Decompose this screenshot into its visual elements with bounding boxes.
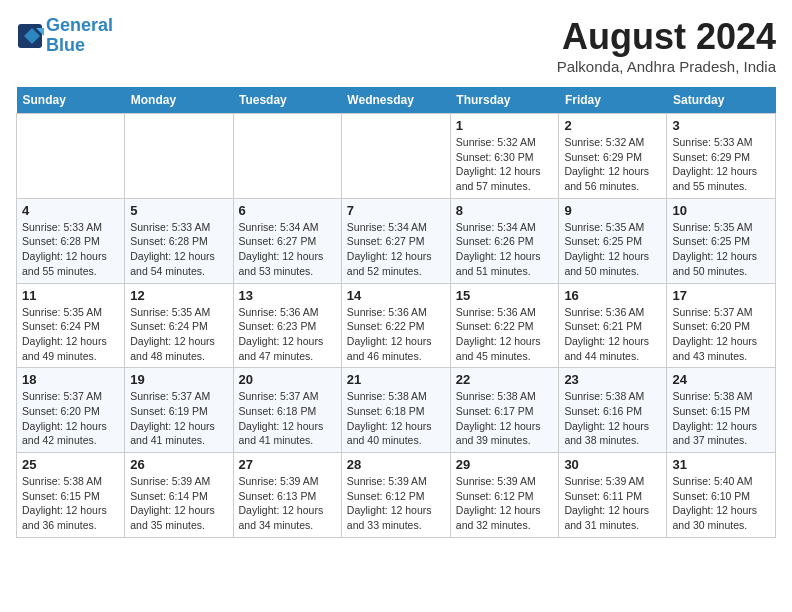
day-number: 4 — [22, 203, 119, 218]
day-info: Sunrise: 5:38 AM Sunset: 6:17 PM Dayligh… — [456, 389, 554, 448]
day-number: 3 — [672, 118, 770, 133]
day-info: Sunrise: 5:38 AM Sunset: 6:16 PM Dayligh… — [564, 389, 661, 448]
calendar-cell: 8Sunrise: 5:34 AM Sunset: 6:26 PM Daylig… — [450, 198, 559, 283]
calendar-cell — [125, 114, 233, 199]
calendar-cell: 20Sunrise: 5:37 AM Sunset: 6:18 PM Dayli… — [233, 368, 341, 453]
day-number: 24 — [672, 372, 770, 387]
day-number: 21 — [347, 372, 445, 387]
calendar-cell: 24Sunrise: 5:38 AM Sunset: 6:15 PM Dayli… — [667, 368, 776, 453]
day-number: 18 — [22, 372, 119, 387]
page-header: General Blue August 2024 Palkonda, Andhr… — [16, 16, 776, 75]
day-info: Sunrise: 5:38 AM Sunset: 6:15 PM Dayligh… — [672, 389, 770, 448]
calendar-cell: 30Sunrise: 5:39 AM Sunset: 6:11 PM Dayli… — [559, 453, 667, 538]
day-number: 10 — [672, 203, 770, 218]
calendar-cell: 18Sunrise: 5:37 AM Sunset: 6:20 PM Dayli… — [17, 368, 125, 453]
day-number: 9 — [564, 203, 661, 218]
calendar-cell: 27Sunrise: 5:39 AM Sunset: 6:13 PM Dayli… — [233, 453, 341, 538]
calendar-cell: 13Sunrise: 5:36 AM Sunset: 6:23 PM Dayli… — [233, 283, 341, 368]
weekday-header-monday: Monday — [125, 87, 233, 114]
day-info: Sunrise: 5:40 AM Sunset: 6:10 PM Dayligh… — [672, 474, 770, 533]
calendar-cell: 26Sunrise: 5:39 AM Sunset: 6:14 PM Dayli… — [125, 453, 233, 538]
day-number: 5 — [130, 203, 227, 218]
day-info: Sunrise: 5:35 AM Sunset: 6:24 PM Dayligh… — [22, 305, 119, 364]
logo-icon — [16, 22, 44, 50]
day-number: 17 — [672, 288, 770, 303]
calendar-cell: 19Sunrise: 5:37 AM Sunset: 6:19 PM Dayli… — [125, 368, 233, 453]
calendar-cell: 2Sunrise: 5:32 AM Sunset: 6:29 PM Daylig… — [559, 114, 667, 199]
day-number: 14 — [347, 288, 445, 303]
day-info: Sunrise: 5:33 AM Sunset: 6:28 PM Dayligh… — [22, 220, 119, 279]
day-number: 8 — [456, 203, 554, 218]
day-info: Sunrise: 5:36 AM Sunset: 6:23 PM Dayligh… — [239, 305, 336, 364]
calendar-cell: 9Sunrise: 5:35 AM Sunset: 6:25 PM Daylig… — [559, 198, 667, 283]
logo-line2: Blue — [46, 35, 85, 55]
day-info: Sunrise: 5:36 AM Sunset: 6:22 PM Dayligh… — [347, 305, 445, 364]
day-info: Sunrise: 5:33 AM Sunset: 6:28 PM Dayligh… — [130, 220, 227, 279]
day-number: 12 — [130, 288, 227, 303]
week-row-4: 25Sunrise: 5:38 AM Sunset: 6:15 PM Dayli… — [17, 453, 776, 538]
calendar-cell — [17, 114, 125, 199]
day-number: 28 — [347, 457, 445, 472]
calendar-cell: 25Sunrise: 5:38 AM Sunset: 6:15 PM Dayli… — [17, 453, 125, 538]
day-info: Sunrise: 5:39 AM Sunset: 6:12 PM Dayligh… — [347, 474, 445, 533]
day-info: Sunrise: 5:37 AM Sunset: 6:20 PM Dayligh… — [22, 389, 119, 448]
day-info: Sunrise: 5:39 AM Sunset: 6:13 PM Dayligh… — [239, 474, 336, 533]
calendar-cell: 6Sunrise: 5:34 AM Sunset: 6:27 PM Daylig… — [233, 198, 341, 283]
day-info: Sunrise: 5:37 AM Sunset: 6:18 PM Dayligh… — [239, 389, 336, 448]
calendar-cell: 29Sunrise: 5:39 AM Sunset: 6:12 PM Dayli… — [450, 453, 559, 538]
weekday-header-wednesday: Wednesday — [341, 87, 450, 114]
day-number: 29 — [456, 457, 554, 472]
calendar-cell: 12Sunrise: 5:35 AM Sunset: 6:24 PM Dayli… — [125, 283, 233, 368]
logo-line1: General — [46, 15, 113, 35]
calendar-cell: 1Sunrise: 5:32 AM Sunset: 6:30 PM Daylig… — [450, 114, 559, 199]
calendar-cell: 3Sunrise: 5:33 AM Sunset: 6:29 PM Daylig… — [667, 114, 776, 199]
day-info: Sunrise: 5:32 AM Sunset: 6:29 PM Dayligh… — [564, 135, 661, 194]
day-info: Sunrise: 5:38 AM Sunset: 6:18 PM Dayligh… — [347, 389, 445, 448]
day-info: Sunrise: 5:39 AM Sunset: 6:14 PM Dayligh… — [130, 474, 227, 533]
logo-text: General Blue — [46, 16, 113, 56]
day-number: 2 — [564, 118, 661, 133]
calendar-cell: 14Sunrise: 5:36 AM Sunset: 6:22 PM Dayli… — [341, 283, 450, 368]
weekday-header-row: SundayMondayTuesdayWednesdayThursdayFrid… — [17, 87, 776, 114]
day-number: 7 — [347, 203, 445, 218]
day-info: Sunrise: 5:32 AM Sunset: 6:30 PM Dayligh… — [456, 135, 554, 194]
day-info: Sunrise: 5:38 AM Sunset: 6:15 PM Dayligh… — [22, 474, 119, 533]
month-title: August 2024 — [557, 16, 776, 58]
calendar-cell: 4Sunrise: 5:33 AM Sunset: 6:28 PM Daylig… — [17, 198, 125, 283]
day-number: 26 — [130, 457, 227, 472]
location: Palkonda, Andhra Pradesh, India — [557, 58, 776, 75]
week-row-1: 4Sunrise: 5:33 AM Sunset: 6:28 PM Daylig… — [17, 198, 776, 283]
week-row-0: 1Sunrise: 5:32 AM Sunset: 6:30 PM Daylig… — [17, 114, 776, 199]
calendar-cell: 5Sunrise: 5:33 AM Sunset: 6:28 PM Daylig… — [125, 198, 233, 283]
day-info: Sunrise: 5:35 AM Sunset: 6:24 PM Dayligh… — [130, 305, 227, 364]
weekday-header-friday: Friday — [559, 87, 667, 114]
calendar-cell: 7Sunrise: 5:34 AM Sunset: 6:27 PM Daylig… — [341, 198, 450, 283]
day-info: Sunrise: 5:37 AM Sunset: 6:20 PM Dayligh… — [672, 305, 770, 364]
day-number: 25 — [22, 457, 119, 472]
calendar-cell: 21Sunrise: 5:38 AM Sunset: 6:18 PM Dayli… — [341, 368, 450, 453]
day-number: 31 — [672, 457, 770, 472]
day-number: 30 — [564, 457, 661, 472]
day-number: 13 — [239, 288, 336, 303]
weekday-header-tuesday: Tuesday — [233, 87, 341, 114]
day-info: Sunrise: 5:39 AM Sunset: 6:11 PM Dayligh… — [564, 474, 661, 533]
calendar-cell: 11Sunrise: 5:35 AM Sunset: 6:24 PM Dayli… — [17, 283, 125, 368]
day-number: 1 — [456, 118, 554, 133]
calendar-cell: 15Sunrise: 5:36 AM Sunset: 6:22 PM Dayli… — [450, 283, 559, 368]
day-info: Sunrise: 5:36 AM Sunset: 6:22 PM Dayligh… — [456, 305, 554, 364]
day-number: 19 — [130, 372, 227, 387]
calendar-cell: 16Sunrise: 5:36 AM Sunset: 6:21 PM Dayli… — [559, 283, 667, 368]
day-info: Sunrise: 5:35 AM Sunset: 6:25 PM Dayligh… — [564, 220, 661, 279]
calendar-cell: 17Sunrise: 5:37 AM Sunset: 6:20 PM Dayli… — [667, 283, 776, 368]
week-row-2: 11Sunrise: 5:35 AM Sunset: 6:24 PM Dayli… — [17, 283, 776, 368]
calendar-cell: 10Sunrise: 5:35 AM Sunset: 6:25 PM Dayli… — [667, 198, 776, 283]
day-info: Sunrise: 5:37 AM Sunset: 6:19 PM Dayligh… — [130, 389, 227, 448]
weekday-header-sunday: Sunday — [17, 87, 125, 114]
title-area: August 2024 Palkonda, Andhra Pradesh, In… — [557, 16, 776, 75]
day-number: 22 — [456, 372, 554, 387]
day-number: 16 — [564, 288, 661, 303]
weekday-header-saturday: Saturday — [667, 87, 776, 114]
day-number: 6 — [239, 203, 336, 218]
logo: General Blue — [16, 16, 113, 56]
day-number: 11 — [22, 288, 119, 303]
